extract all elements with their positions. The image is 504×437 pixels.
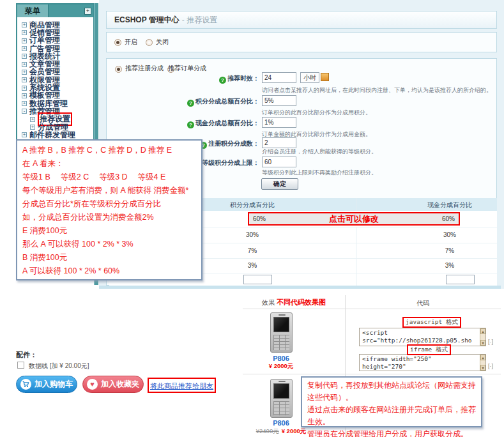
annotation-line: 在 A 看来：	[22, 157, 201, 171]
time-input[interactable]	[262, 72, 296, 83]
annotation-line: 每个等级用户若有消费，则 A 能获得 消费金额*	[22, 184, 201, 197]
points-value[interactable]: 7%	[248, 247, 257, 254]
annotation-line: 通过点击来的顾客在网站注册并完成订单后，推荐生效。	[307, 404, 476, 428]
annotation-box-copy-code: 复制代码，再投放到其他站点或论坛（网站需支持这些代码）。 通过点击来的顾客在网站…	[301, 376, 482, 427]
expand-icon[interactable]: +	[22, 77, 27, 82]
page-header: ECSHOP 管理中心 - 推荐设置	[106, 11, 497, 29]
phone-keypad	[273, 401, 289, 415]
points-percent-input[interactable]	[262, 95, 296, 106]
sidebar-menu: +商品管理 +促销管理 +订单管理 +广告管理 +报表统计 +文章管理 +会员管…	[17, 17, 93, 139]
clock-icon[interactable]	[321, 73, 329, 81]
scroll-down-icon[interactable]: ▼	[480, 340, 485, 346]
product-image-phone	[270, 312, 293, 353]
expand-icon[interactable]: +	[22, 101, 27, 106]
points-value[interactable]: 60%	[253, 215, 266, 222]
expand-icon[interactable]: +	[22, 46, 27, 51]
annotation-line: 那么 A 可以获得 100 * 2% * 3%	[22, 238, 201, 251]
js-format-label: javascript 格式	[402, 317, 461, 328]
highlight-red-box: 60% 点击可以修改 60%	[248, 212, 460, 226]
expand-icon[interactable]: +	[22, 62, 27, 67]
status-toggle-panel: 开启 关闭	[106, 32, 497, 52]
scroll-down-icon[interactable]: ▼	[480, 365, 485, 371]
showcase-code-header: 代码	[345, 299, 501, 308]
expand-icon[interactable]: +	[22, 132, 27, 137]
field-desc-points-percent: 订单积分的此百分比部分作为分成用积分。	[262, 109, 371, 117]
accessory-checkbox[interactable]	[17, 362, 24, 369]
add-to-cart-button[interactable]: 加入购物车	[16, 376, 77, 393]
annotation-line: 如，分成总百分比设置为消费金额2%	[22, 211, 201, 224]
field-label-cash-percent: ?现金分成总额百分比：	[106, 119, 259, 128]
annotation-line: E 消费100元	[22, 224, 201, 238]
radio-register-split-label: 推荐注册分成	[125, 64, 164, 73]
sidebar-header: 菜单 +	[17, 4, 93, 17]
scroll-up-icon[interactable]: ▲	[480, 355, 485, 360]
points-value[interactable]: 30%	[246, 231, 259, 238]
header-points-percent: 积分分成百分比	[230, 201, 275, 210]
help-icon: ?	[187, 100, 194, 107]
column-divider	[356, 198, 356, 211]
column-divider	[356, 273, 356, 286]
help-icon: ?	[219, 77, 226, 84]
highlight-red-box: 将此商品推荐给朋友	[148, 378, 216, 393]
old-price: ¥2400元	[256, 427, 279, 434]
page-title: - 推荐设置	[182, 15, 217, 26]
new-cash-input[interactable]	[446, 275, 475, 284]
annotation-line: A 推荐 B，B 推荐 C，C 推荐 D，D 推荐 E	[22, 144, 201, 157]
expand-icon[interactable]: +	[22, 70, 27, 75]
js-code-textarea[interactable]: <script src="http://shop261728.p05.sho ▲…	[359, 328, 486, 346]
confirm-button[interactable]: 确定	[261, 178, 298, 190]
help-icon: ?	[187, 121, 194, 128]
phone-screen	[273, 383, 289, 399]
expand-icon[interactable]: +	[22, 86, 27, 91]
scrollbar[interactable]: ▲▼	[480, 355, 485, 371]
app-title: ECSHOP 管理中心	[114, 15, 179, 26]
product-link[interactable]: P806	[243, 355, 319, 362]
sidebar-collapse-icon[interactable]: +	[84, 8, 91, 15]
scrollbar[interactable]: ▲▼	[480, 328, 485, 346]
effect-note-annotation: 不同代码效果图	[277, 298, 326, 306]
cash-value[interactable]: 60%	[442, 215, 455, 222]
phone-screen	[273, 317, 289, 332]
expand-icon[interactable]: +	[22, 54, 27, 59]
cash-value[interactable]: 30%	[443, 231, 456, 238]
collapse-icon[interactable]: -	[22, 109, 27, 114]
phone-speaker	[279, 381, 286, 382]
expand-icon[interactable]: +	[22, 38, 27, 43]
radio-off-label: 关闭	[156, 38, 169, 47]
showcase-effect-header: 效果 不同代码效果图	[243, 298, 345, 307]
cash-value[interactable]: 3%	[445, 262, 454, 269]
iframe-code-textarea[interactable]: <iframe width="250" height="270" ▲▼	[359, 354, 486, 371]
column-divider	[356, 227, 356, 243]
expand-icon[interactable]: +	[30, 117, 35, 122]
field-desc-time: 访问者点击某推荐人的网址后，在此时间段内注册、下单，均认为是该推荐人的所介绍的。	[262, 86, 492, 95]
cash-percent-input[interactable]	[262, 117, 296, 128]
expand-icon[interactable]: +	[22, 93, 27, 98]
annotation-line: 等级1 B 等级2 C 等级3 D 等级4 E	[22, 171, 201, 184]
radio-on-label: 开启	[125, 38, 137, 47]
select-code-icon[interactable]: [·]	[488, 339, 493, 345]
sidebar-item-mail[interactable]: +邮件群发管理	[22, 131, 93, 139]
radio-on[interactable]	[114, 39, 121, 46]
scroll-up-icon[interactable]: ▲	[480, 328, 485, 334]
product-price: ¥ 2000元	[235, 362, 327, 371]
column-divider	[356, 259, 356, 273]
recommend-to-friend-link[interactable]: 将此商品推荐给朋友	[150, 382, 213, 390]
add-to-favorites-button[interactable]: ♥ 加入收藏夹	[82, 376, 144, 393]
field-desc-points-limit: 等级积分到此上限则不再奖励介绍注册积分。	[262, 169, 377, 177]
select-code-icon[interactable]: [·]	[488, 363, 493, 369]
product-image-phone	[270, 379, 293, 418]
points-limit-input[interactable]	[262, 157, 296, 167]
register-points-input[interactable]	[262, 137, 296, 148]
expand-icon[interactable]: +	[22, 22, 27, 27]
points-value[interactable]: 3%	[248, 262, 257, 269]
annotation-line: B 消费100元	[22, 251, 201, 264]
expand-icon[interactable]: +	[22, 30, 27, 35]
sidebar-title: 菜单	[17, 4, 49, 17]
radio-register-split[interactable]	[115, 66, 122, 73]
expand-icon[interactable]: +	[30, 125, 35, 130]
cash-value[interactable]: 7%	[445, 247, 454, 254]
radio-off[interactable]	[146, 39, 153, 46]
annotation-line: A 可以获得 100 * 2% * 60%	[22, 264, 201, 278]
iframe-format-label: iframe 格式	[407, 344, 451, 355]
new-points-input[interactable]	[243, 275, 272, 284]
